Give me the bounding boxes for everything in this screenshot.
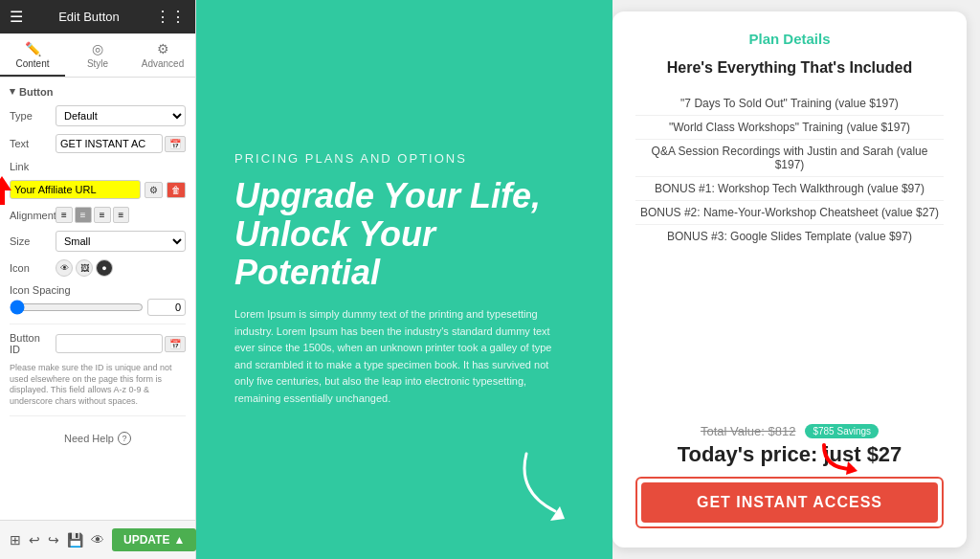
need-help[interactable]: Need Help ?: [10, 424, 186, 453]
align-justify-button[interactable]: ≡: [113, 207, 130, 223]
panel-tabs: ✏️ Content ◎ Style ⚙ Advanced: [0, 34, 195, 78]
hint-text: Please make sure the ID is unique and no…: [10, 363, 186, 408]
list-item: "World Class Workshops" Training (value …: [635, 116, 944, 140]
icon-spacing-label: Icon Spacing: [10, 284, 71, 296]
grid-icon[interactable]: ⋮⋮: [155, 8, 186, 26]
plan-items-list: "7 Days To Sold Out" Training (value $19…: [635, 92, 944, 413]
update-button[interactable]: UPDATE ▲: [112, 528, 196, 551]
type-label: Type: [10, 110, 50, 122]
footer-undo-icon[interactable]: ↩: [29, 532, 40, 548]
svg-rect-1: [0, 190, 5, 205]
button-id-input[interactable]: [56, 334, 163, 353]
footer-grid-icon[interactable]: ⊞: [10, 532, 21, 548]
divider-1: [10, 324, 186, 324]
cta-button-container: GET INSTANT ACCESS: [635, 477, 944, 528]
list-item: BONUS #1: Workshop Tech Walkthrough (val…: [635, 177, 944, 201]
icon-image-btn[interactable]: 🖼: [76, 259, 93, 277]
align-right-button[interactable]: ≡: [94, 207, 111, 223]
alignment-label: Alignment: [10, 210, 50, 221]
plan-everything-title: Here's Everything That's Included: [635, 58, 944, 78]
savings-badge: $785 Savings: [805, 424, 879, 438]
type-control: Default: [56, 105, 186, 126]
link-settings-icon[interactable]: ⚙: [145, 182, 163, 198]
tab-style[interactable]: ◎ Style: [65, 34, 130, 77]
alignment-buttons: ≡ ≡ ≡ ≡: [56, 207, 129, 223]
circle-icon: ◎: [92, 41, 103, 56]
icon-field-row: Icon 👁 🖼 ●: [10, 259, 186, 277]
help-circle-icon[interactable]: ?: [118, 432, 131, 445]
icon-spacing-control: [10, 299, 186, 316]
icon-spacing-row: Icon Spacing: [10, 284, 186, 316]
chevron-down-icon: ▾: [10, 85, 15, 98]
today-price: Today's price: just $27: [635, 442, 944, 467]
link-input[interactable]: [10, 180, 141, 199]
button-id-icon[interactable]: 📅: [165, 336, 186, 352]
gear-icon: ⚙: [157, 41, 169, 56]
pricing-headline: Upgrade Your Life, Unlock Your Potential: [234, 177, 574, 291]
button-id-control: 📅: [56, 334, 186, 353]
hamburger-icon[interactable]: ☰: [10, 8, 23, 26]
type-select[interactable]: Default: [56, 105, 186, 126]
update-chevron-icon: ▲: [173, 533, 185, 547]
align-center-button[interactable]: ≡: [75, 207, 92, 223]
left-panel: ☰ Edit Button ⋮⋮ ✏️ Content ◎ Style ⚙ Ad…: [0, 0, 196, 559]
icon-buttons: 👁 🖼 ●: [56, 259, 113, 277]
size-control: Small: [56, 231, 186, 252]
text-field-row: Text 📅: [10, 134, 186, 153]
pricing-label: PRICING PLANS AND OPTIONS: [234, 151, 574, 166]
panel-title: Edit Button: [58, 10, 120, 24]
icon-eye-btn[interactable]: 👁: [56, 259, 73, 277]
plan-details-title: Plan Details: [635, 31, 944, 47]
footer-eye-icon[interactable]: 👁: [91, 532, 104, 548]
button-section-title: ▾ Button: [10, 85, 186, 98]
list-item: BONUS #3: Google Slides Template (value …: [635, 225, 944, 248]
list-item: Q&A Session Recordings with Justin and S…: [635, 140, 944, 177]
cta-container: GET INSTANT ACCESS: [635, 477, 944, 528]
icon-dot-btn[interactable]: ●: [96, 259, 113, 277]
size-select[interactable]: Small: [56, 231, 186, 252]
text-input[interactable]: [56, 134, 163, 153]
icon-spacing-slider[interactable]: [10, 300, 144, 315]
pencil-icon: ✏️: [25, 41, 41, 56]
icon-label: Icon: [10, 262, 50, 274]
tab-advanced[interactable]: ⚙ Advanced: [130, 34, 195, 77]
svg-marker-3: [846, 461, 858, 475]
total-value: Total Value: $812: [701, 424, 796, 438]
red-arrow-cta: [819, 440, 867, 482]
link-delete-icon[interactable]: 🗑: [167, 182, 186, 198]
list-item: "7 Days To Sold Out" Training (value $19…: [635, 92, 944, 116]
size-field-row: Size Small: [10, 231, 186, 252]
panel-header: ☰ Edit Button ⋮⋮: [0, 0, 195, 34]
button-id-field-row: Button ID 📅: [10, 332, 186, 355]
main-content: PRICING PLANS AND OPTIONS Upgrade Your L…: [196, 0, 612, 559]
text-calendar-icon[interactable]: 📅: [165, 136, 186, 152]
svg-marker-0: [0, 176, 11, 190]
footer-redo-icon[interactable]: ↪: [48, 532, 59, 548]
need-help-label: Need Help: [64, 433, 114, 444]
button-id-label: Button ID: [10, 332, 50, 355]
type-field-row: Type Default: [10, 105, 186, 126]
right-panel: Plan Details Here's Everything That's In…: [612, 11, 967, 548]
panel-footer: ⊞ ↩ ↪ 💾 👁 UPDATE ▲: [0, 520, 195, 559]
link-input-row: ⚙ 🗑: [10, 180, 186, 199]
curved-arrow-icon: [507, 444, 584, 530]
get-instant-access-button[interactable]: GET INSTANT ACCESS: [641, 482, 938, 523]
red-arrow-indicator: [0, 176, 11, 208]
list-item: BONUS #2: Name-Your-Workshop Cheatsheet …: [635, 201, 944, 225]
plan-total-row: Total Value: $812 $785 Savings: [635, 424, 944, 438]
footer-save-icon[interactable]: 💾: [67, 532, 83, 548]
text-control: 📅: [56, 134, 186, 153]
footer-icons: ⊞ ↩ ↪ 💾 👁: [10, 532, 104, 548]
align-left-button[interactable]: ≡: [56, 207, 73, 223]
size-label: Size: [10, 235, 50, 247]
icon-spacing-input[interactable]: [147, 299, 186, 316]
link-label: Link: [10, 161, 50, 172]
divider-2: [10, 415, 186, 416]
pricing-body: Lorem Ipsum is simply dummy text of the …: [234, 306, 560, 408]
panel-body: ▾ Button Type Default Text 📅 Link: [0, 78, 195, 520]
alignment-field-row: Alignment ≡ ≡ ≡ ≡: [10, 207, 186, 223]
text-label: Text: [10, 138, 50, 149]
link-field-row: Link: [10, 161, 186, 172]
tab-content[interactable]: ✏️ Content: [0, 34, 65, 77]
